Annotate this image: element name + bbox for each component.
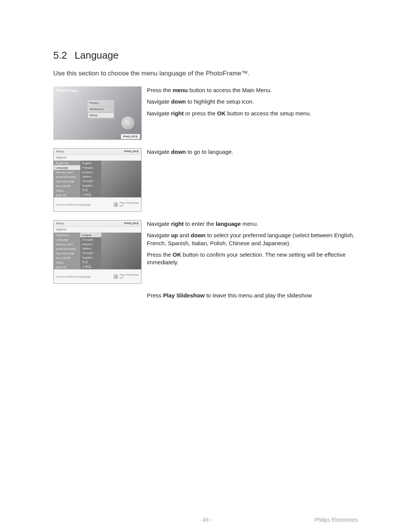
main-menu-list: Photos Slideshow Setup: [88, 100, 114, 118]
page-number: - 49 -: [199, 517, 212, 523]
philips-logo: PHILIPS: [121, 134, 140, 139]
step2-text: Navigate down to go to language.: [147, 148, 358, 160]
philips-logo: PHILIPS: [124, 222, 139, 225]
step3-text: Navigate right to enter the language men…: [147, 220, 358, 270]
lang-english: English: [80, 233, 101, 237]
gear-icon: [121, 116, 135, 130]
options-label: Options: [54, 155, 141, 161]
setup-title: Setup: [56, 222, 64, 225]
nav-control: Play Slideshow OK: [113, 201, 139, 208]
setup-menu-language-list: Setup PHILIPS Options Brightness Languag…: [53, 220, 142, 284]
joystick-icon: [113, 202, 118, 207]
joystick-icon: [113, 274, 118, 279]
step-row-2: Setup PHILIPS Options Brightness Languag…: [53, 148, 358, 212]
manual-page: 5.2Language Use this section to choose t…: [0, 0, 411, 532]
setup-left-column: Brightness Language Memory Card Event Re…: [54, 161, 80, 197]
options-label: Options: [54, 227, 141, 233]
section-title: Language: [75, 50, 119, 61]
setup-title: Setup: [56, 150, 64, 153]
intro-text: Use this section to choose the menu lang…: [53, 70, 358, 77]
preview-area: [101, 161, 141, 197]
step1-text: Press the menu button to access the Main…: [147, 86, 358, 121]
nav-control: Play Slideshow OK: [113, 273, 139, 280]
menu-item-photos: Photos: [88, 100, 114, 106]
step-row-3: Setup PHILIPS Options Brightness Languag…: [53, 220, 358, 284]
language-list: English Français Deutsch Italiano Русски…: [80, 161, 101, 197]
step-row-1: Photo Frame Photos Slideshow Setup PHILI…: [53, 86, 358, 140]
language-list: English Français Deutsch Italiano Русски…: [80, 233, 101, 269]
screenshot-2: Setup PHILIPS Options Brightness Languag…: [53, 148, 142, 212]
screenshot-1: Photo Frame Photos Slideshow Setup PHILI…: [53, 86, 142, 140]
section-number: 5.2: [53, 50, 75, 61]
screenshot-3: Setup PHILIPS Options Brightness Languag…: [53, 220, 142, 284]
closing-note: Press Play Slideshow to leave this menu …: [147, 292, 358, 299]
setup-left-column: Brightness Language Memory Card Event Re…: [54, 233, 80, 269]
menu-item-slideshow: Slideshow: [88, 106, 114, 112]
footer-brand: Philips Electronics: [314, 517, 358, 523]
philips-logo: PHILIPS: [124, 150, 139, 153]
setup-menu-language-highlight: Setup PHILIPS Options Brightness Languag…: [53, 148, 142, 212]
hint-text: Choose preferred language.: [56, 275, 91, 278]
photoframe-main-menu: Photo Frame Photos Slideshow Setup PHILI…: [53, 86, 142, 140]
setup-item-language: Language: [54, 165, 80, 170]
frame-title: Photo Frame: [57, 89, 78, 93]
menu-item-setup: Setup: [88, 112, 114, 118]
preview-area: [101, 233, 141, 269]
hint-text: Choose preferred language.: [56, 203, 91, 206]
section-heading: 5.2Language: [53, 50, 358, 61]
setup-item-language: Language: [54, 237, 80, 242]
